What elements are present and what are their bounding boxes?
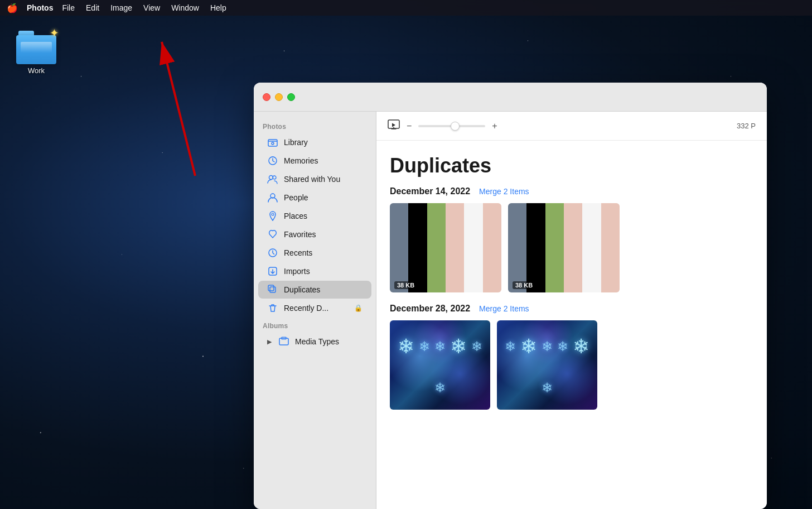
shared-with-you-label: Shared with You (284, 175, 340, 184)
window-maximize-button[interactable] (287, 93, 295, 101)
favorites-label: Favorites (284, 230, 316, 239)
menu-edit[interactable]: Edit (81, 2, 104, 13)
places-icon (267, 210, 278, 222)
main-content: − + 332 P Duplicates December 14, 2022 M… (376, 112, 767, 509)
library-label: Library (284, 138, 308, 147)
window-close-button[interactable] (263, 93, 270, 101)
menu-image[interactable]: Image (106, 2, 137, 13)
palette-col (582, 203, 601, 292)
palette-photo-2 (508, 203, 620, 292)
recently-deleted-label: Recently D... (284, 304, 328, 313)
photo-size-badge-1: 38 KB (394, 281, 417, 289)
palette-photo-1 (390, 203, 501, 292)
snowflake-shapes: ❄ ❄ ❄ ❄ ❄ ❄ (390, 320, 490, 410)
imports-label: Imports (284, 267, 310, 276)
palette-col (464, 203, 482, 292)
sidebar: Photos Library (254, 112, 376, 509)
snowflake-icon-2d: ❄ (557, 339, 568, 354)
sidebar-item-recents[interactable]: Recents (258, 244, 371, 262)
photo-thumb-2[interactable]: 38 KB (508, 203, 620, 292)
sidebar-item-memories[interactable]: Memories (258, 152, 371, 170)
palette-col (526, 203, 545, 292)
window-minimize-button[interactable] (275, 93, 283, 101)
palette-col (545, 203, 564, 292)
photo-grid-1: 38 KB (390, 203, 753, 292)
menu-window[interactable]: Window (167, 2, 204, 13)
library-icon (267, 137, 278, 148)
snowflake-icon-2a: ❄ (505, 339, 516, 354)
people-label: People (284, 193, 308, 202)
window-body: Photos Library (254, 112, 767, 509)
sidebar-item-media-types[interactable]: ▶ Media Types (258, 333, 371, 350)
photo-thumb-1[interactable]: 38 KB (390, 203, 501, 292)
slideshow-icon[interactable] (388, 118, 400, 133)
menu-help[interactable]: Help (206, 2, 231, 13)
svg-rect-2 (268, 140, 277, 146)
svg-rect-11 (270, 287, 276, 292)
recents-label: Recents (284, 248, 312, 257)
snowflake-icon-large: ❄ (398, 335, 414, 358)
photo-size-badge-2: 38 KB (513, 281, 535, 289)
date-section-1: December 14, 2022 Merge 2 Items (390, 186, 753, 292)
date-label-1: December 14, 2022 (390, 186, 470, 196)
date-header-1: December 14, 2022 Merge 2 Items (390, 186, 753, 196)
zoom-minus-button[interactable]: − (407, 121, 412, 131)
svg-point-3 (272, 142, 274, 145)
zoom-slider[interactable] (418, 125, 485, 127)
merge-link-1[interactable]: Merge 2 Items (479, 187, 529, 196)
svg-point-8 (272, 213, 274, 215)
snowflake-photo-2[interactable]: ❄ ❄ ❄ ❄ ❄ ❄ (497, 320, 597, 410)
memories-icon (267, 155, 278, 166)
palette-col (601, 203, 620, 292)
snowflake-photo-1[interactable]: ❄ ❄ ❄ ❄ ❄ ❄ (390, 320, 490, 410)
snowflake-icon-sm4: ❄ (434, 380, 446, 396)
app-name[interactable]: Photos (27, 3, 53, 12)
palette-col (508, 203, 526, 292)
date-section-2: December 28, 2022 Merge 2 Items ❄ ❄ ❄ (390, 304, 753, 410)
zoom-slider-thumb (451, 122, 460, 131)
memories-label: Memories (284, 156, 318, 165)
shared-with-you-icon (267, 174, 278, 185)
desktop-folder-work[interactable]: ✦ Work (14, 31, 59, 75)
date-label-2: December 28, 2022 (390, 304, 470, 314)
sidebar-section-albums: Albums (254, 318, 376, 332)
photos-window: Photos Library (254, 83, 767, 509)
media-types-icon (278, 336, 289, 347)
svg-rect-12 (268, 285, 274, 291)
palette-col (483, 203, 501, 292)
date-header-2: December 28, 2022 Merge 2 Items (390, 304, 753, 314)
snowflake-icon-2c: ❄ (542, 339, 553, 354)
zoom-plus-button[interactable]: + (492, 121, 497, 131)
snowflake-icon-sm3: ❄ (471, 339, 482, 354)
apple-menu-icon[interactable]: 🍎 (7, 3, 18, 13)
duplicates-label: Duplicates (284, 285, 320, 294)
sidebar-item-duplicates[interactable]: Duplicates (258, 281, 371, 299)
merge-link-2[interactable]: Merge 2 Items (479, 304, 529, 313)
sidebar-item-imports[interactable]: Imports (258, 262, 371, 280)
content-area: Duplicates December 14, 2022 Merge 2 Ite… (376, 141, 767, 509)
snowflake-shapes-2: ❄ ❄ ❄ ❄ ❄ ❄ (497, 320, 597, 410)
snowflake-icon-2b: ❄ (520, 335, 537, 358)
snowflake-icon-sm: ❄ (419, 339, 430, 354)
lock-icon: 🔒 (354, 304, 362, 312)
folder-shine (21, 42, 52, 53)
palette-col (390, 203, 408, 292)
sidebar-item-people[interactable]: People (258, 189, 371, 207)
sidebar-item-places[interactable]: Places (258, 207, 371, 225)
menu-view[interactable]: View (139, 2, 165, 13)
sidebar-item-recently-deleted[interactable]: Recently D... 🔒 (258, 299, 371, 317)
folder-sparkle-icon: ✦ (50, 26, 59, 40)
palette-col (408, 203, 427, 292)
places-label: Places (284, 212, 307, 220)
snowflake-icon-large2: ❄ (450, 335, 467, 358)
imports-icon (267, 266, 278, 277)
chevron-right-icon: ▶ (267, 338, 272, 345)
sidebar-item-shared-with-you[interactable]: Shared with You (258, 170, 371, 188)
sidebar-item-library[interactable]: Library (258, 133, 371, 151)
photo-grid-2: ❄ ❄ ❄ ❄ ❄ ❄ (390, 320, 753, 410)
menu-file[interactable]: File (57, 2, 79, 13)
sidebar-item-favorites[interactable]: Favorites (258, 225, 371, 243)
page-title: Duplicates (390, 154, 753, 177)
snowflake-icon-2e: ❄ (573, 335, 589, 358)
folder-icon: ✦ (16, 31, 56, 64)
